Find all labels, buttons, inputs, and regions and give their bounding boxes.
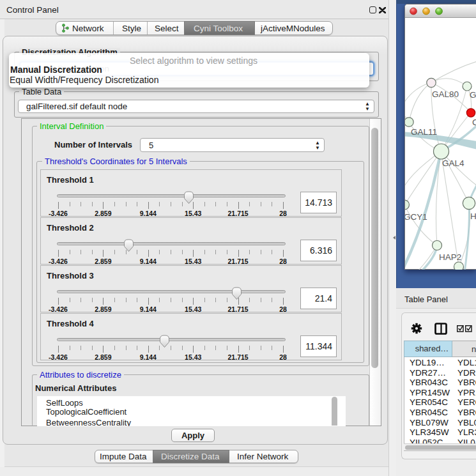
svg-text:GCY1: GCY1	[405, 212, 427, 222]
svg-text:HAP2: HAP2	[439, 252, 461, 262]
svg-text:GAL2: GAL2	[470, 90, 476, 100]
svg-text:HIS7: HIS7	[470, 211, 476, 221]
svg-text:GAL80: GAL80	[432, 89, 459, 99]
svg-text:CDC6: CDC6	[472, 118, 476, 127]
svg-text:GAL4: GAL4	[442, 158, 464, 168]
svg-text:GAL11: GAL11	[411, 127, 437, 137]
